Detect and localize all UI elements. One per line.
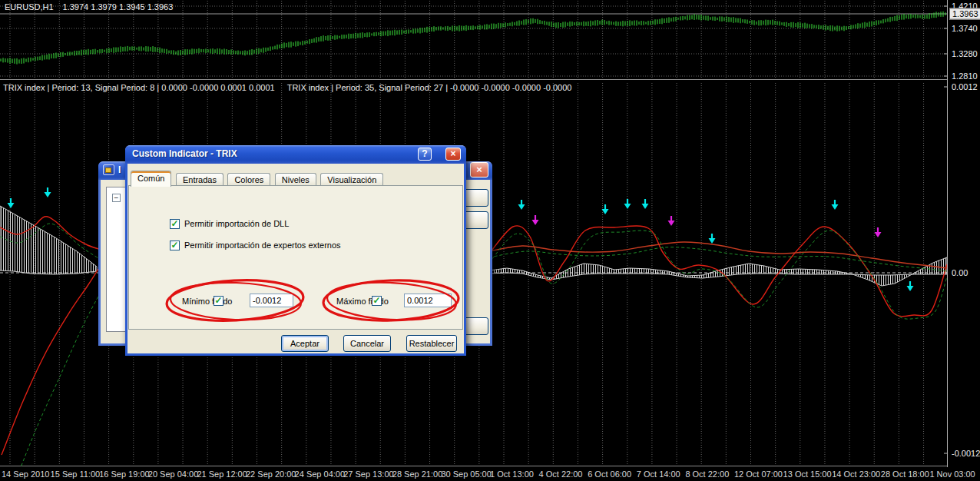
time-axis-label: 16 Sep 19:00 xyxy=(99,469,149,479)
background-close-button[interactable]: × xyxy=(470,162,488,177)
cancel-button[interactable]: Cancelar xyxy=(343,335,391,352)
max-fixed-input[interactable] xyxy=(404,294,452,307)
time-axis-label: 21 Sep 12:00 xyxy=(197,469,247,479)
allow-dll-checkbox[interactable]: ✓ xyxy=(170,219,180,229)
time-axis-label: 12 Oct 07:00 xyxy=(734,469,783,479)
time-axis-label: 7 Oct 14:00 xyxy=(637,469,680,479)
background-dialog-title: I xyxy=(118,164,121,175)
time-axis-label: 14 Sep 2010 xyxy=(2,469,49,479)
min-fixed-label: Mínimo fijado xyxy=(182,297,232,306)
time-axis-label: 22 Sep 20:00 xyxy=(246,469,296,479)
tab-comun[interactable]: Común xyxy=(131,171,171,187)
min-fixed-input[interactable] xyxy=(250,294,293,307)
indicator-scale-label: 0.0012 xyxy=(952,82,978,91)
close-button[interactable]: × xyxy=(445,148,461,161)
time-axis-label: 13 Oct 15:00 xyxy=(783,469,832,479)
price-scale-label: 1.3740 xyxy=(952,24,978,33)
time-axis-label: 14 Oct 23:00 xyxy=(832,469,880,479)
time-axis-label: 15 Sep 11:00 xyxy=(51,469,101,479)
indicator-header: TRIX index | Period: 13, Signal Period: … xyxy=(3,83,571,92)
price-scale[interactable]: 1.42101.37401.32801.28101.39630.00120.00… xyxy=(947,0,980,481)
indicator-window-icon xyxy=(103,164,114,175)
max-fixed-checkbox[interactable]: ✓ xyxy=(372,296,382,306)
time-axis-label: 24 Sep 04:00 xyxy=(295,469,345,479)
quote-values: 1.3974 1.3979 1.3945 1.3963 xyxy=(63,2,174,12)
dialog-tabs: Común Entradas Colores Niveles Visualiza… xyxy=(131,171,384,186)
time-axis-label: 28 Sep 21:00 xyxy=(392,469,442,479)
time-axis-label: 1 Nov 03:00 xyxy=(929,469,975,479)
time-axis-label: 20 Sep 04:00 xyxy=(148,469,198,479)
time-axis-label: 28 Oct 18:00 xyxy=(881,469,929,479)
price-series xyxy=(1,12,945,65)
dialog-titlebar[interactable]: Custom Indicator - TRIX ? × xyxy=(125,145,466,164)
time-axis-label: 30 Sep 05:00 xyxy=(441,469,491,479)
allow-external-experts-checkbox[interactable]: ✓ xyxy=(170,240,180,250)
min-fixed-checkbox[interactable]: ✓ xyxy=(214,296,223,306)
time-axis-label: 8 Oct 22:00 xyxy=(685,469,729,479)
time-axis[interactable]: 14 Sep 201015 Sep 11:0016 Sep 19:0020 Se… xyxy=(0,467,980,481)
time-axis-label: 4 Oct 22:00 xyxy=(539,469,583,479)
allow-dll-label: Permitir importación de DLL xyxy=(184,219,289,228)
tab-page-comun xyxy=(128,185,463,330)
time-axis-label: 1 Oct 13:00 xyxy=(490,469,534,479)
tree-expander-icon[interactable]: − xyxy=(112,194,121,202)
trix-13-header: TRIX index | Period: 13, Signal Period: … xyxy=(3,83,275,92)
price-scale-label: 1.3280 xyxy=(952,49,978,58)
dialog-title: Custom Indicator - TRIX xyxy=(132,148,237,159)
custom-indicator-dialog: Custom Indicator - TRIX ? × Común Entrad… xyxy=(125,145,466,356)
time-axis-label: 27 Sep 13:00 xyxy=(343,469,393,479)
accept-button[interactable]: Aceptar xyxy=(281,335,329,352)
trix-35-header: TRIX index | Period: 35, Signal Period: … xyxy=(287,83,572,92)
indicator-scale-label: 0.00 xyxy=(952,268,968,277)
help-button[interactable]: ? xyxy=(418,148,432,161)
symbol-period: EURUSD,H1 xyxy=(5,2,54,12)
price-scale-label: 1.2810 xyxy=(952,71,978,81)
allow-external-experts-label: Permitir importación de expertos externo… xyxy=(184,240,341,250)
mt4-chart-window: EURUSD,H1 1.3974 1.3979 1.3945 1.3963 TR… xyxy=(0,0,980,481)
quote-header: EURUSD,H1 1.3974 1.3979 1.3945 1.3963 xyxy=(5,2,173,12)
reset-button[interactable]: Restablecer xyxy=(406,335,457,352)
current-price-box: 1.3963 xyxy=(949,8,980,20)
indicator-scale-label: -0.0012 xyxy=(952,449,980,458)
time-axis-label: 6 Oct 06:00 xyxy=(588,469,631,479)
